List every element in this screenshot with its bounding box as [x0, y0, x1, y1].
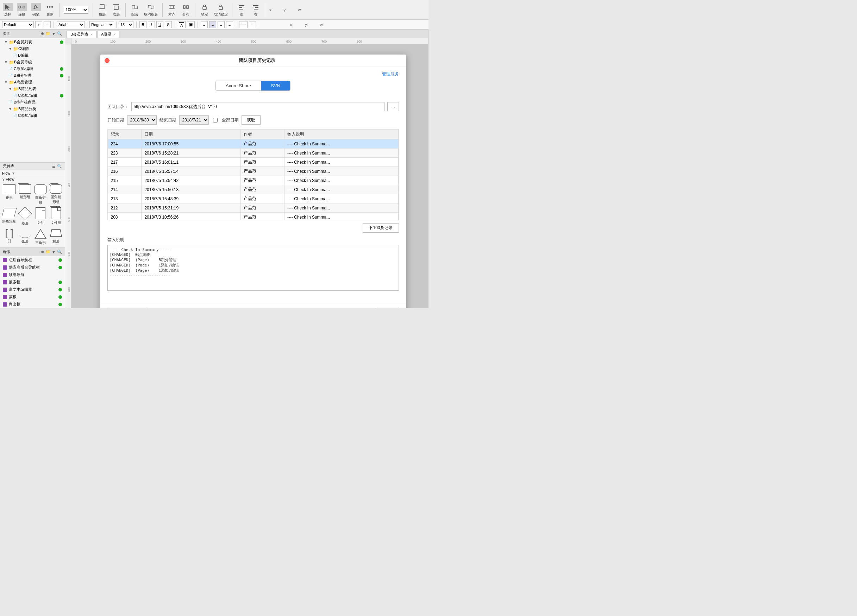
master-search[interactable]: 搜索框: [0, 278, 65, 286]
strikethrough-btn[interactable]: S: [165, 21, 172, 28]
line-end-btn[interactable]: →: [249, 21, 256, 28]
page-add-btn[interactable]: ⊕: [41, 31, 44, 36]
more-tool[interactable]: ••• 更多: [45, 3, 55, 17]
group-btn[interactable]: 组合: [130, 3, 140, 17]
master-folder-btn[interactable]: 📁: [45, 250, 50, 254]
align-center-btn[interactable]: ≡: [209, 21, 216, 28]
master-popup[interactable]: 弹出框: [0, 301, 65, 308]
comp-file[interactable]: 文件: [34, 207, 47, 226]
comp-menu-btn[interactable]: ☰: [52, 164, 56, 168]
page-filter-btn[interactable]: ▼: [52, 31, 56, 36]
table-row[interactable]: 2162018/7/5 15:57:14产品范---- Check In Sum…: [108, 167, 398, 176]
comp-bracket[interactable]: [ ] [ ]: [2, 228, 16, 245]
align-right-btn[interactable]: ≡: [218, 21, 224, 28]
tree-item-a-product[interactable]: ▼ 📁 A商品管理: [0, 79, 65, 85]
start-date-select[interactable]: 2018/6/30: [127, 116, 157, 125]
master-search-btn[interactable]: 🔍: [57, 250, 62, 254]
unlock-btn[interactable]: 取消锁定: [214, 3, 228, 17]
style-new-btn[interactable]: +: [35, 21, 42, 28]
comp-rect[interactable]: 矩形: [2, 184, 16, 205]
lock-btn[interactable]: 锁定: [200, 3, 209, 17]
underline-btn[interactable]: U: [156, 21, 163, 28]
svn-tab[interactable]: SVN: [261, 81, 290, 91]
right-align-btn[interactable]: 右: [251, 3, 261, 17]
end-date-select[interactable]: 2018/7/21: [179, 116, 209, 125]
page-folder-btn[interactable]: 📁: [45, 31, 50, 36]
tree-item-b-category[interactable]: ▼ 📁 B商品分类: [0, 106, 65, 112]
align-justify-btn[interactable]: ≡: [226, 21, 233, 28]
line-type-btn[interactable]: ──: [239, 21, 248, 28]
master-top-nav[interactable]: 顶部导航: [0, 271, 65, 278]
table-row[interactable]: 2232018/7/6 15:28:21产品范---- Check In Sum…: [108, 148, 398, 158]
comp-trapezoid[interactable]: 梯形: [49, 228, 63, 245]
font-select[interactable]: Arial: [57, 21, 85, 28]
comp-arc[interactable]: 弧形: [18, 228, 32, 245]
italic-btn[interactable]: I: [148, 21, 155, 28]
tab-close-2[interactable]: ×: [114, 32, 116, 36]
browse-btn[interactable]: ...: [387, 102, 399, 111]
top-layer-btn[interactable]: 顶层: [97, 3, 107, 17]
comp-triangle[interactable]: 三角形: [34, 228, 47, 245]
bgcolor-btn[interactable]: ▣: [187, 21, 195, 28]
comp-search-btn[interactable]: 🔍: [57, 164, 62, 168]
master-filter-btn[interactable]: ▼: [52, 250, 56, 254]
tab-login[interactable]: A登录 ×: [97, 31, 119, 38]
get-records-btn[interactable]: 获取: [241, 116, 261, 125]
master-add-btn[interactable]: ⊕: [41, 250, 44, 254]
load-more-btn[interactable]: 下100条记录: [363, 223, 399, 233]
bold-btn[interactable]: B: [139, 21, 147, 28]
checkin-textarea[interactable]: [107, 245, 399, 291]
style-delete-btn[interactable]: −: [44, 21, 51, 28]
connect-tool[interactable]: 连接: [17, 3, 27, 17]
table-row[interactable]: 2152018/7/5 15:54:42产品范---- Check In Sum…: [108, 176, 398, 185]
select-tool[interactable]: 选择: [3, 3, 13, 17]
align-left-btn[interactable]: ≡: [201, 21, 208, 28]
comp-rounded-rect[interactable]: 圆角矩形: [34, 184, 47, 205]
tab-member-list[interactable]: B会员列表 ×: [67, 31, 96, 38]
table-row[interactable]: 2132018/7/5 15:48:39产品范---- Check In Sum…: [108, 194, 398, 204]
table-row[interactable]: 2242018/7/6 17:00:55产品范---- Check In Sum…: [108, 139, 398, 148]
tree-item-c-detail[interactable]: ▼ 📁 C详情: [0, 45, 65, 52]
style-select[interactable]: Default: [2, 21, 34, 28]
tree-item-b-points[interactable]: 📄 B积分管理: [0, 72, 65, 79]
tree-item-b-member-level[interactable]: ▼ 📁 B会员等级: [0, 59, 65, 65]
tree-item-c-add-edit-1[interactable]: 📄 C添加/编辑: [0, 65, 65, 72]
axure-share-tab[interactable]: Axure Share: [216, 81, 261, 91]
tab-close-1[interactable]: ×: [90, 32, 93, 36]
all-dates-checkbox[interactable]: [213, 118, 218, 122]
master-supplier-nav[interactable]: 供应商后台导航栏: [0, 264, 65, 271]
align-btn[interactable]: 对齐: [167, 3, 177, 17]
distribute-btn[interactable]: 分布: [181, 3, 191, 17]
comp-dropdown-row[interactable]: Flow ▼: [0, 170, 65, 176]
table-row[interactable]: 2172018/7/5 16:01:11产品范---- Check In Sum…: [108, 158, 398, 167]
zoom-select[interactable]: 100%75%50%150%: [64, 6, 88, 14]
weight-select[interactable]: Regular: [90, 21, 114, 28]
master-mask[interactable]: 蒙板: [0, 293, 65, 301]
table-row[interactable]: 2082018/7/3 10:56:26产品范---- Check In Sum…: [108, 213, 398, 221]
tree-item-c-add-edit-2[interactable]: 📄 C添加/编辑: [0, 92, 65, 99]
master-admin-nav[interactable]: 总后台导航栏: [0, 256, 65, 264]
team-dir-input[interactable]: [131, 102, 385, 111]
page-search-btn[interactable]: 🔍: [57, 31, 62, 36]
comp-skew-rect[interactable]: 斜角矩形: [2, 207, 16, 226]
close-modal-btn[interactable]: 关闭: [377, 308, 399, 308]
table-row[interactable]: 2142018/7/5 15:50:13产品范---- Check In Sum…: [108, 185, 398, 194]
tree-item-d-edit[interactable]: 📄 D编辑: [0, 52, 65, 59]
left-align-btn[interactable]: 左: [237, 3, 246, 17]
comp-file-group[interactable]: 文件组: [49, 207, 63, 226]
service-link[interactable]: 管理服务: [107, 71, 399, 77]
ungroup-btn[interactable]: 取消组合: [144, 3, 158, 17]
comp-rounded-rect-group[interactable]: 圆角矩形组: [49, 184, 63, 205]
modal-close-button[interactable]: [105, 58, 110, 63]
comp-rect-group[interactable]: 矩形组: [18, 184, 32, 205]
tree-item-b-product-list[interactable]: ▼ 📁 B商品列表: [0, 85, 65, 92]
size-select[interactable]: 13: [119, 21, 133, 28]
bottom-layer-btn[interactable]: 底层: [111, 3, 121, 17]
tree-item-b-member-list[interactable]: ▼ 📁 B会员列表: [0, 39, 65, 45]
color-btn[interactable]: A: [178, 21, 186, 28]
tree-item-c-add-edit-3[interactable]: 📄 C添加/编辑: [0, 112, 65, 119]
master-richtext[interactable]: 富文本编辑器: [0, 286, 65, 293]
tree-item-b-pending[interactable]: 📄 B待审核商品: [0, 99, 65, 106]
table-row[interactable]: 2122018/7/5 15:31:19产品范---- Check In Sum…: [108, 204, 398, 213]
pen-tool[interactable]: 钢笔: [31, 3, 41, 17]
